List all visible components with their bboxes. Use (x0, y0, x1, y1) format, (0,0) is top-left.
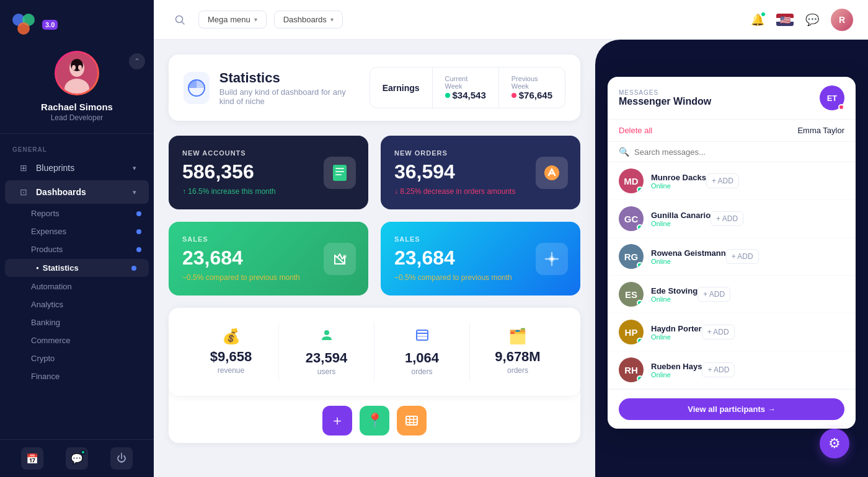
stat-orders2: 🗂️ 9,678M orders (470, 323, 565, 381)
notifications-button[interactable]: 🔔 (746, 9, 769, 31)
contact-avatar-munroe: MD (619, 168, 644, 193)
sidebar-sub-finance-label: Finance (31, 372, 60, 381)
sidebar-item-statistics[interactable]: ● Statistics (5, 259, 149, 277)
contact-info-rowena: Rowena Geistmann Online (651, 248, 726, 265)
nav-section-general: GENERAL (0, 141, 154, 155)
dashboards-dropdown-button[interactable]: Dashboards ▾ (274, 11, 343, 28)
topbar-user-avatar[interactable]: R (831, 9, 853, 31)
sidebar-item-blueprints[interactable]: ⊞ Blueprints ▾ (5, 156, 149, 180)
new-accounts-card: NEW ACCOUNTS 586,356 ↑ 16.5% increase th… (169, 136, 368, 209)
new-orders-card: NEW ORDERS 36,594 ↓ 8.25% decrease in or… (381, 136, 580, 209)
messenger-sub-label: MESSAGES (619, 89, 711, 96)
avatar (55, 51, 99, 95)
sidebar-profile: ⌃ Rachael Simons Lead Developer (0, 45, 154, 134)
mega-menu-chevron-icon: ▾ (254, 16, 257, 23)
revenue-icon: 💰 (222, 328, 241, 345)
mega-menu-button[interactable]: Mega menu ▾ (198, 11, 267, 28)
svg-point-7 (72, 65, 76, 70)
sidebar-item-expenses[interactable]: Expenses (0, 222, 154, 240)
contact-info-munroe: Munroe Dacks Online (651, 173, 706, 190)
delete-all-button[interactable]: Delete all (619, 126, 652, 135)
sidebar-item-banking[interactable]: Banking (0, 313, 154, 331)
sidebar-sub-banking-label: Banking (31, 318, 60, 327)
sidebar-sub-crypto-label: Crypto (31, 354, 55, 363)
svg-point-9 (176, 15, 183, 22)
location-action-button[interactable]: 📍 (360, 406, 389, 435)
contact-name-gunilla: Gunilla Canario (651, 211, 711, 220)
contact-item-gunilla: GC Gunilla Canario Online + ADD (608, 200, 856, 238)
profile-name: Rachael Simons (41, 102, 113, 112)
calendar-icon-button[interactable]: 📅 (21, 447, 43, 470)
sidebar-item-analytics[interactable]: Analytics (0, 295, 154, 313)
power-icon-button[interactable]: ⏻ (110, 447, 133, 470)
messages-button[interactable]: 💬 (801, 9, 823, 31)
messenger-actions: Delete all Emma Taylor (608, 120, 856, 142)
previous-week-dot (512, 93, 516, 98)
contact-status-munroe: Online (651, 182, 706, 190)
action-buttons-row: ＋ 📍 (169, 396, 580, 435)
add-action-button[interactable]: ＋ (322, 406, 352, 435)
blueprints-icon: ⊞ (17, 162, 30, 174)
add-contact-munroe-button[interactable]: + ADD (706, 173, 739, 188)
new-accounts-icon (324, 157, 356, 189)
svg-rect-14 (335, 171, 344, 172)
add-contact-haydn-button[interactable]: + ADD (702, 325, 735, 339)
metric-cards-grid: NEW ACCOUNTS 586,356 ↑ 16.5% increase th… (169, 136, 580, 295)
stats-header: Statistics Build any kind of dashboard f… (169, 55, 580, 121)
sidebar-item-commerce[interactable]: Commerce (0, 331, 154, 349)
stat-revenue: 💰 $9,658 revenue (184, 323, 279, 381)
messenger-title-area: MESSAGES Messenger Window (619, 89, 711, 107)
profile-toggle-button[interactable]: ⌃ (129, 53, 145, 69)
messenger-search-icon: 🔍 (619, 147, 629, 157)
sidebar-sub-analytics-label: Analytics (31, 300, 63, 309)
add-contact-rueben-button[interactable]: + ADD (702, 362, 735, 377)
sales-blue-icon (536, 243, 568, 275)
avatar-image (56, 53, 97, 94)
sales-green-card: SALES 23,684 ~0.5% compared to previous … (169, 222, 368, 295)
sidebar-item-automation[interactable]: Automation (0, 278, 154, 295)
orders-value: 1,064 (405, 350, 439, 366)
add-contact-gunilla-button[interactable]: + ADD (711, 211, 743, 226)
mega-menu-label: Mega menu (208, 15, 250, 24)
search-button[interactable] (169, 9, 191, 31)
current-week-label: Current Week (445, 75, 486, 90)
contact-name-haydn: Haydn Porter (651, 324, 702, 333)
page-subtitle: Build any kind of dashboard for any kind… (219, 87, 360, 106)
contact-item-haydn: HP Haydn Porter Online + ADD (608, 313, 856, 351)
contact-status-haydn: Online (651, 333, 702, 341)
sidebar-item-dashboards[interactable]: ⊡ Dashboards ▾ (5, 180, 149, 204)
messenger-search-input[interactable] (634, 147, 844, 157)
reports-dot (136, 211, 141, 216)
sidebar-item-finance[interactable]: Finance (0, 367, 154, 385)
table-action-button[interactable] (397, 406, 427, 435)
topbar-right: 🔔 🇺🇸 💬 R (746, 9, 853, 31)
products-dot (136, 247, 141, 252)
contact-avatar-haydn: HP (619, 320, 644, 344)
messenger-current-user-avatar[interactable]: ET (820, 85, 844, 110)
users-value: 23,594 (306, 350, 347, 366)
contact-name-rueben: Rueben Hays (651, 362, 702, 371)
sidebar-item-crypto[interactable]: Crypto (0, 349, 154, 367)
earnings-label: Earnings (370, 67, 433, 108)
contact-name-ede: Ede Stoving (651, 286, 698, 295)
chat-notification-dot (81, 450, 86, 455)
sidebar-item-products[interactable]: Products (0, 240, 154, 258)
svg-point-2 (17, 22, 30, 35)
orders2-value: 9,678M (495, 349, 540, 365)
view-all-participants-button[interactable]: View all participants → (619, 398, 844, 420)
svg-point-8 (78, 65, 82, 70)
add-contact-ede-button[interactable]: + ADD (698, 287, 730, 302)
stat-orders: 1,064 orders (374, 323, 470, 381)
sidebar-bottom: 📅 💬 ⏻ (0, 439, 154, 477)
language-flag[interactable]: 🇺🇸 (776, 14, 794, 26)
chat-icon-button[interactable]: 💬 (66, 447, 88, 470)
settings-fab-button[interactable]: ⚙ (820, 429, 849, 458)
svg-rect-25 (406, 416, 417, 425)
earnings-panel: Earnings Current Week $34,543 Previous W… (370, 67, 565, 108)
add-contact-rowena-button[interactable]: + ADD (726, 249, 759, 264)
previous-week-value: $76,645 (512, 90, 552, 100)
sidebar-item-reports[interactable]: Reports (0, 204, 154, 222)
contact-info-ede: Ede Stoving Online (651, 286, 698, 303)
new-accounts-label: NEW ACCOUNTS (182, 149, 355, 157)
contact-info-rueben: Rueben Hays Online (651, 362, 702, 379)
